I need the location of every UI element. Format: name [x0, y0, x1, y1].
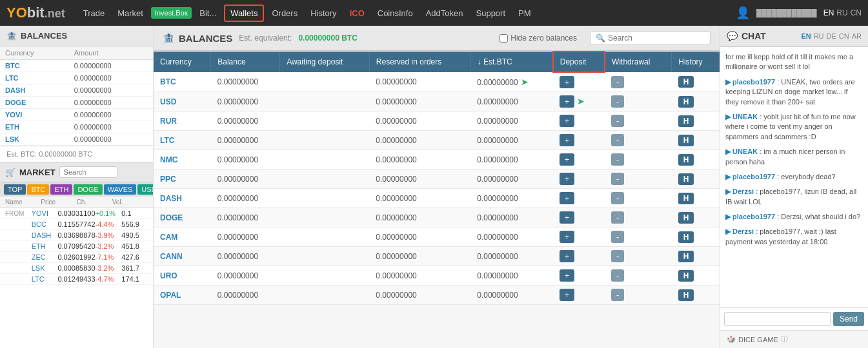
chat-lang-en[interactable]: EN	[801, 32, 811, 40]
withdrawal-button[interactable]: -	[611, 153, 624, 166]
withdrawal-button[interactable]: -	[611, 250, 624, 262]
market-row[interactable]: DASH0.03698878-3.9%490.5	[0, 230, 153, 241]
row-currency[interactable]: DASH	[154, 189, 211, 208]
withdrawal-button[interactable]: -	[611, 95, 624, 108]
nav-orders[interactable]: Orders	[267, 6, 303, 21]
hide-zero-label[interactable]: Hide zero balances	[500, 34, 577, 43]
logo[interactable]: YObit.net	[6, 5, 65, 21]
deposit-button[interactable]: +	[560, 95, 575, 108]
market-tab-doge[interactable]: DOGE	[74, 184, 102, 195]
user-icon[interactable]: 👤	[736, 6, 750, 20]
dice-section[interactable]: 🎲 DICE GAME ⓘ	[720, 330, 868, 348]
deposit-button[interactable]: +	[560, 231, 575, 243]
market-row[interactable]: BCC0.11557742-4.4%556.9	[0, 219, 153, 230]
chat-lang-de[interactable]: DE	[827, 32, 836, 40]
nav-coinsinfo[interactable]: CoinsInfo	[372, 6, 418, 21]
lang-en[interactable]: EN	[823, 8, 834, 17]
sidebar-currency[interactable]: DASH	[0, 84, 69, 97]
deposit-button[interactable]: +	[560, 153, 575, 166]
withdrawal-button[interactable]: -	[611, 289, 624, 301]
row-currency[interactable]: RUR	[154, 111, 211, 131]
history-button[interactable]: H	[678, 270, 694, 282]
history-button[interactable]: H	[678, 231, 694, 243]
balances-search-input[interactable]	[608, 34, 705, 43]
row-currency[interactable]: CANN	[154, 247, 211, 266]
market-tab-top[interactable]: TOP	[4, 184, 26, 195]
nav-ico[interactable]: ICO	[345, 6, 370, 21]
chat-text: : everybody dead?	[777, 173, 836, 180]
withdrawal-button[interactable]: -	[611, 76, 624, 88]
deposit-button[interactable]: +	[560, 289, 575, 301]
table-row: LTC 0.00000000 0.00000000 0.00000000 + -…	[154, 131, 720, 150]
chat-input[interactable]	[724, 312, 831, 326]
deposit-button[interactable]: +	[560, 192, 575, 204]
chat-lang-ru[interactable]: RU	[814, 32, 824, 40]
row-currency[interactable]: BTC	[154, 72, 211, 92]
history-button[interactable]: H	[678, 76, 694, 88]
row-currency[interactable]: USD	[154, 92, 211, 111]
sidebar-currency[interactable]: BTC	[0, 60, 69, 72]
history-button[interactable]: H	[678, 193, 694, 204]
market-row[interactable]: ZEC0.02601992-7.1%427.6	[0, 252, 153, 263]
chat-lang-ar[interactable]: AR	[852, 32, 862, 40]
nav-bit[interactable]: Bit...	[194, 6, 221, 21]
sidebar-currency[interactable]: DOGE	[0, 97, 69, 109]
sidebar-currency[interactable]: LSK	[0, 133, 69, 146]
nav-addtoken[interactable]: AddToken	[421, 6, 469, 21]
deposit-button[interactable]: +	[560, 134, 575, 146]
withdrawal-button[interactable]: -	[611, 231, 624, 243]
withdrawal-button[interactable]: -	[611, 211, 624, 224]
sidebar-currency[interactable]: YOVI	[0, 109, 69, 121]
nav-market[interactable]: Market	[112, 6, 148, 21]
row-currency[interactable]: CAM	[154, 227, 211, 247]
nav-support[interactable]: Support	[471, 6, 511, 21]
market-tab-eth[interactable]: ETH	[50, 184, 72, 195]
row-currency[interactable]: URO	[154, 266, 211, 285]
deposit-button[interactable]: +	[560, 76, 575, 88]
row-currency[interactable]: LTC	[154, 131, 211, 150]
hide-zero-checkbox[interactable]	[500, 34, 508, 43]
sidebar-currency[interactable]: LTC	[0, 72, 69, 84]
lang-cn[interactable]: CN	[851, 8, 862, 17]
history-button[interactable]: H	[678, 212, 694, 224]
row-currency[interactable]: OPAL	[154, 285, 211, 305]
deposit-button[interactable]: +	[560, 250, 575, 262]
row-currency[interactable]: PPC	[154, 169, 211, 189]
withdrawal-button[interactable]: -	[611, 134, 624, 146]
nav-history[interactable]: History	[305, 6, 341, 21]
market-row[interactable]: FROMYOVI0.03031100+0.1%0.1	[0, 208, 153, 219]
market-row[interactable]: LSK0.00085830-3.2%361.7	[0, 263, 153, 274]
market-row[interactable]: LTC0.01249433-4.7%174.1	[0, 274, 153, 285]
row-currency[interactable]: DOGE	[154, 208, 211, 227]
deposit-button[interactable]: +	[560, 115, 575, 127]
deposit-button[interactable]: +	[560, 269, 575, 282]
market-tab-waves[interactable]: WAVES	[104, 184, 137, 195]
history-button[interactable]: H	[678, 173, 694, 185]
history-button[interactable]: H	[678, 289, 694, 301]
sidebar-currency[interactable]: ETH	[0, 121, 69, 133]
withdrawal-button[interactable]: -	[611, 269, 624, 282]
market-search-input[interactable]	[59, 166, 117, 178]
nav-investbox[interactable]: Invest.Box	[151, 7, 192, 19]
withdrawal-button[interactable]: -	[611, 173, 624, 185]
nav-pm[interactable]: PM	[513, 6, 536, 21]
history-button[interactable]: H	[678, 135, 694, 146]
withdrawal-button[interactable]: -	[611, 115, 624, 127]
market-tab-usd[interactable]: USD	[137, 184, 154, 195]
deposit-button[interactable]: +	[560, 173, 575, 185]
nav-trade[interactable]: Trade	[78, 6, 110, 21]
history-button[interactable]: H	[678, 115, 694, 127]
chat-send-button[interactable]: Send	[833, 312, 864, 326]
nav-wallets[interactable]: Wallets	[224, 5, 264, 22]
withdrawal-button[interactable]: -	[611, 192, 624, 204]
history-button[interactable]: H	[678, 154, 694, 166]
row-currency[interactable]: NMC	[154, 150, 211, 169]
market-col-price: Price	[41, 198, 76, 206]
lang-ru[interactable]: RU	[836, 8, 847, 17]
history-button[interactable]: H	[678, 251, 694, 262]
chat-lang-cn[interactable]: CN	[839, 32, 849, 40]
market-tab-btc[interactable]: BTC	[27, 184, 49, 195]
deposit-button[interactable]: +	[560, 211, 575, 224]
market-row[interactable]: ETH0.07095420-3.2%451.8	[0, 241, 153, 252]
history-button[interactable]: H	[678, 96, 694, 108]
